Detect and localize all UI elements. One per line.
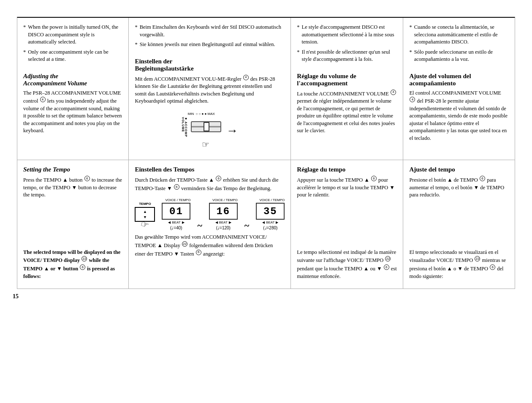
col-es-row2: Ajuste del tempo Presione el botón ▲ de …: [403, 160, 515, 289]
section-title-es-tempo: Ajuste del tempo: [409, 166, 509, 173]
bullet-2-fr: * Il n'est possible de sélectionner qu'u…: [297, 49, 397, 63]
col-fr-row2: Réglage du tempo Appuyer sur la touche T…: [291, 160, 403, 289]
bullet-2-es: * Sólo puede seleccionarse un estilo de …: [409, 49, 509, 63]
circle-6-es-foot: 6: [490, 264, 495, 270]
row-top: * When the power is initially turned ON,…: [17, 18, 515, 160]
section-body-de-adjvol: Mit dem ACCOMPANIMENT VOLU-ME-Regler 4 d…: [135, 75, 285, 105]
col-en-row2: Setting the Tempo Press the TEMPO ▲ butt…: [17, 160, 129, 289]
lcd-label-3: VOICE / TEMPO: [256, 198, 285, 202]
circle-22-de: 22: [182, 241, 187, 247]
circle-4-de: 4: [243, 75, 249, 80]
circle-22-es: 22: [475, 256, 480, 261]
lcd-display-1: VOICE / TEMPO 01 ◀ BEAT ▶ (♩=40): [162, 198, 190, 230]
section-body-en-adjvol: The PSR–28 ACCOMPANIMENT VOLUME control …: [23, 90, 122, 135]
beat-label-2: BEAT: [219, 221, 228, 224]
bullet-1-es: * Cuando se conecta la alimentación, se …: [409, 24, 509, 46]
tilde-2: ~: [244, 221, 249, 230]
col-de-row1: * Beim Einschalten des Keyboards wird de…: [129, 18, 291, 160]
bullet-1-fr: * Le style d'accompagnement DISCO est au…: [297, 24, 397, 46]
lcd-display-2: VOICE / TEMPO 16 ◀ BEAT ▶ (♩=120): [209, 198, 238, 230]
circle-6-fr-foot: 6: [384, 264, 389, 270]
circle-6-es: 6: [480, 176, 485, 181]
lcd-value-2: 16: [209, 203, 238, 220]
lcd-label-1: VOICE / TEMPO: [162, 198, 190, 202]
section-title-es-adjvol: Ajuste del volumen del acompañamiento: [409, 73, 509, 87]
circle-4-es: 4: [410, 97, 415, 102]
col-en-row1: * When the power is initially turned ON,…: [17, 18, 129, 160]
beat-label-3: BEAT: [266, 221, 274, 224]
section-body-fr-tempo: Appuyer sur la touche TEMPO ▲ 6 pour acc…: [297, 176, 397, 199]
tempo-button-diagram: TEMPO ▲ ▼ ☞: [135, 202, 155, 230]
page-container: * When the power is initially turned ON,…: [8, 0, 524, 317]
footer-es-tempo: El tempo seleccionado se visualizará en …: [409, 249, 509, 280]
circle-6-en: 6: [84, 176, 90, 181]
col-de-row2: Einstellen des Tempos Durch Drücken der …: [129, 160, 291, 289]
circle-6-de: 6: [216, 176, 221, 181]
section-body-fr-adjvol: La touche ACCOMPANIMENT VOLUME 4 permet …: [297, 90, 397, 135]
col-es-row1: * Cuando se conecta la alimentación, se …: [403, 18, 515, 160]
bullet-1-de: * Beim Einschalten des Keyboards wird de…: [135, 24, 285, 38]
tempo-value-2: (♩=120): [216, 226, 231, 230]
footer-en-tempo: The selected tempo will be displayed on …: [23, 249, 122, 280]
circle-22-fr: 22: [385, 256, 391, 261]
col-fr-row1: * Le style d'accompagnement DISCO est au…: [291, 18, 403, 160]
section-body-de-tempo: Durch Drücken der TEMPO-Taste ▲ 6 erhöhe…: [135, 176, 285, 192]
section-title-en-adjvol: Adjusting the Accompaniment Volume: [23, 73, 122, 87]
circle-4-fr: 4: [391, 90, 396, 95]
circle-6-fr: 6: [371, 176, 377, 181]
circle-22-en: 22: [81, 256, 87, 261]
page-number: 15: [8, 293, 524, 300]
footer-de-tempo: Das gewählte Tempo wird vom ACCOMPANIMEN…: [135, 234, 285, 258]
section-title-de-adjvol: Einstellen der Begleitungslautstärke: [135, 58, 285, 72]
bullet-2-en: * Only one accompaniment style can be se…: [23, 49, 122, 63]
lcd-label-2: VOICE / TEMPO: [209, 198, 238, 202]
lcd-value-3: 35: [256, 203, 285, 220]
circle-6b-de: 6: [174, 184, 179, 190]
lcd-display-3: VOICE / TEMPO 35 ◀ BEAT ▶ (♩=280): [256, 198, 285, 230]
content-table: * When the power is initially turned ON,…: [17, 18, 515, 289]
section-title-de-tempo: Einstellen des Tempos: [135, 166, 285, 173]
bullet-2-de: * Sie können jeweils nur einen Begleitun…: [135, 41, 285, 49]
section-body-es-adjvol: El control ACCOMPANIMENT VOLUME 4 del PS…: [409, 90, 509, 142]
bullet-1-en: * When the power is initially turned ON,…: [23, 24, 122, 46]
main-content-area: * When the power is initially turned ON,…: [17, 17, 515, 289]
circle-4-en: 4: [40, 97, 46, 102]
section-title-fr-tempo: Réglage du tempo: [297, 166, 397, 173]
min-label: MIN: [188, 112, 194, 116]
tempo-value-1: (♩=40): [170, 226, 182, 230]
lcd-value-1: 01: [162, 203, 190, 220]
circle-6-de-foot: 6: [196, 250, 201, 255]
tilde-1: ~: [197, 221, 202, 230]
section-title-fr-adjvol: Réglage du volume de l'accompagnement: [297, 73, 397, 87]
tempo-btn-label: TEMPO: [139, 202, 151, 206]
tempo-diagrams: TEMPO ▲ ▼ ☞: [135, 195, 285, 234]
circle-6b-en: 6: [80, 264, 85, 270]
section-title-en-tempo: Setting the Tempo: [23, 166, 122, 173]
footer-fr-tempo: Le tempo sélectionné est indiqué de la m…: [297, 249, 397, 280]
tempo-value-3: (♩=280): [263, 226, 277, 230]
section-body-es-tempo: Presione el botón ▲ de TEMPO 6 para aume…: [409, 176, 509, 199]
row-bottom: Setting the Tempo Press the TEMPO ▲ butt…: [17, 160, 515, 289]
section-body-en-tempo: Press the TEMPO ▲ button 6 to increase t…: [23, 176, 122, 199]
accomp-diagram: MIN ○ ○ ● ● MAX ■ ACCOMPVOLUME: [135, 108, 285, 154]
beat-label-1: BEAT: [172, 221, 180, 224]
